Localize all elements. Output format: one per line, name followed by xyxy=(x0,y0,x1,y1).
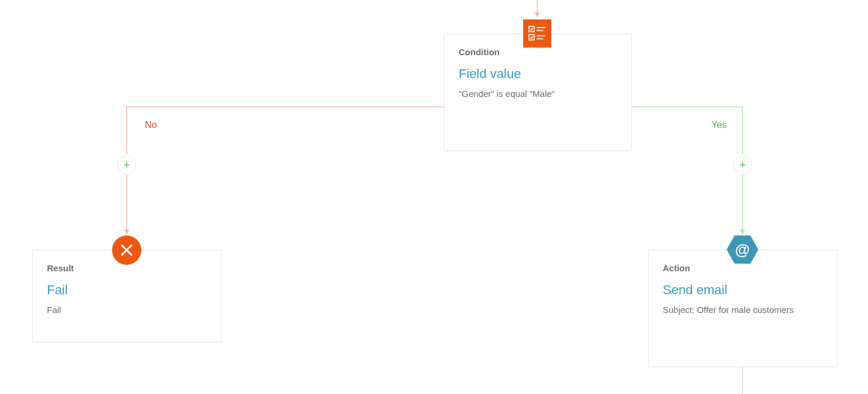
add-step-yes-branch[interactable]: + xyxy=(733,156,752,174)
branch-no-label: No xyxy=(145,120,157,130)
checklist-icon xyxy=(523,19,551,48)
action-card[interactable]: Action Send email Subject: Offer for mal… xyxy=(648,250,837,367)
plus-icon: + xyxy=(740,160,746,170)
result-title: Fail xyxy=(47,282,206,298)
action-description: Subject: Offer for male customers xyxy=(663,305,822,315)
fail-icon xyxy=(112,235,141,265)
svg-rect-4 xyxy=(529,26,534,32)
result-description: Fail xyxy=(47,305,206,315)
action-eyebrow: Action xyxy=(663,263,822,273)
svg-rect-5 xyxy=(529,35,534,40)
workflow-canvas: No Yes + + Condition Field value "Gender… xyxy=(0,0,868,394)
action-title: Send email xyxy=(663,282,822,298)
plus-icon: + xyxy=(124,160,130,170)
email-icon: @ xyxy=(727,235,758,264)
condition-eyebrow: Condition xyxy=(459,47,617,57)
condition-card[interactable]: Condition Field value "Gender" is equal … xyxy=(444,33,632,151)
condition-title: Field value xyxy=(459,66,617,82)
condition-description: "Gender" is equal "Male" xyxy=(459,89,617,99)
add-step-no-branch[interactable]: + xyxy=(117,156,136,174)
branch-yes-label: Yes xyxy=(711,120,727,130)
